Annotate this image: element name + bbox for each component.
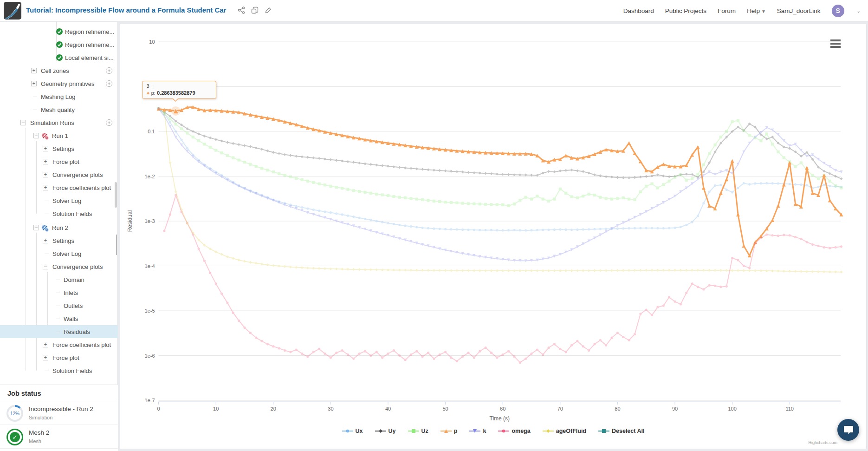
edit-icon[interactable] (265, 7, 272, 14)
tree-item-force-coefficients-plot[interactable]: +Force coefficients plot (0, 181, 118, 194)
circle-marker-icon (498, 428, 509, 434)
series-Ux (157, 108, 842, 232)
collapse-icon[interactable]: – (33, 133, 39, 138)
nav-help[interactable]: Help▼ (747, 7, 766, 14)
nav-dashboard[interactable]: Dashboard (623, 7, 654, 14)
avatar[interactable]: S (832, 5, 844, 17)
collapse-icon[interactable]: – (33, 225, 39, 230)
chart-menu-icon[interactable] (829, 39, 842, 48)
expand-icon[interactable]: + (43, 355, 48, 360)
tree-item-label: Outlets (64, 302, 83, 309)
job-status-item[interactable]: 12%Incompressible - Run 2Simulation (0, 401, 118, 425)
expand-icon[interactable]: + (31, 81, 37, 86)
x-axis-tick-label: 20 (271, 406, 276, 412)
tree-item-simulation-runs[interactable]: –Simulation Runs+ (0, 116, 118, 129)
legend-label: Deselect All (612, 428, 644, 434)
legend-item-ux[interactable]: Ux (342, 428, 363, 434)
expand-icon[interactable]: + (43, 342, 48, 347)
tooltip-series: p (151, 90, 154, 96)
tree-item-residuals[interactable]: Residuals (0, 325, 118, 338)
tree-item-region-refineme[interactable]: Region refineme... (0, 38, 118, 51)
series-ageOfFluid (163, 110, 843, 274)
tree-item-outlets[interactable]: Outlets (0, 299, 118, 312)
app-logo[interactable] (4, 2, 21, 20)
legend-item-omega[interactable]: omega (498, 428, 530, 434)
tree-item-geometry-primitives[interactable]: +Geometry primitives+ (0, 77, 118, 90)
add-item-button[interactable]: + (106, 119, 112, 126)
tree-item-force-plot[interactable]: +Force plot (0, 351, 118, 364)
tree-item-region-refineme[interactable]: Region refineme... (0, 25, 118, 38)
legend-item-uy[interactable]: Uy (375, 428, 396, 434)
y-axis-title: Residual (127, 210, 133, 232)
tree-item-label: Force coefficients plot (52, 341, 111, 348)
tree-item-domain[interactable]: Domain (0, 273, 118, 286)
tree-item-run-2[interactable]: – Run 2 (0, 221, 118, 234)
nav-forum[interactable]: Forum (718, 7, 736, 14)
tree-item-label: Simulation Runs (30, 119, 74, 126)
expand-icon[interactable]: + (43, 238, 48, 243)
tree-item-convergence-plots[interactable]: +Convergence plots (0, 168, 118, 181)
collapse-icon[interactable]: – (43, 264, 48, 269)
tree-item-settings[interactable]: +Settings (0, 142, 118, 155)
collapse-icon[interactable]: – (20, 120, 26, 125)
tree-item-inlets[interactable]: Inlets (0, 286, 118, 299)
tree-item-label: Convergence plots (52, 263, 103, 270)
add-item-button[interactable]: + (106, 80, 112, 87)
tree-item-mesh-quality[interactable]: Mesh quality (0, 103, 118, 116)
legend-item-deselect-all[interactable]: Deselect All (598, 428, 644, 434)
y-axis-tick-label: 0.1 (148, 129, 155, 134)
job-status-panel: Job status 12%Incompressible - Run 2Simu… (0, 385, 118, 451)
tree-item-label: Inlets (64, 289, 78, 296)
tree-item-label: Force coefficients plot (52, 184, 111, 191)
tree-item-solver-log[interactable]: Solver Log (0, 247, 118, 260)
tree-item-settings[interactable]: +Settings (0, 234, 118, 247)
job-name: Mesh 2 (29, 429, 49, 436)
legend-item-p[interactable]: p (440, 428, 458, 434)
x-axis-tick-label: 40 (385, 406, 391, 412)
tree-item-force-plot[interactable]: +Force plot (0, 155, 118, 168)
expand-icon[interactable]: + (43, 159, 48, 164)
job-type: Mesh (29, 438, 41, 444)
duplicate-icon[interactable] (251, 7, 259, 14)
residuals-chart-card: 1010.11e-21e-31e-41e-51e-61e-70102030405… (120, 24, 867, 449)
series-Uy (157, 107, 843, 180)
x-axis-tick-label: 10 (213, 406, 219, 412)
tree-item-cell-zones[interactable]: +Cell zones+ (0, 64, 118, 77)
tree-item-solution-fields[interactable]: Solution Fields (0, 364, 118, 377)
chart-credits[interactable]: Highcharts.com (808, 440, 837, 445)
x-axis-tick-label: 100 (728, 406, 736, 412)
tree-item-walls[interactable]: Walls (0, 312, 118, 325)
legend-item-uz[interactable]: Uz (408, 428, 428, 434)
tree-scrollbar[interactable] (115, 182, 117, 208)
chevron-down-icon: ▼ (761, 9, 766, 14)
legend-item-k[interactable]: k (469, 428, 486, 434)
residuals-chart[interactable]: 1010.11e-21e-31e-41e-51e-61e-70102030405… (120, 24, 866, 449)
tree-item-label: Force plot (52, 158, 79, 165)
user-name[interactable]: SamJ_doorLink (777, 7, 821, 14)
tree-item-solution-fields[interactable]: Solution Fields (0, 207, 118, 220)
expand-icon[interactable]: + (43, 172, 48, 177)
tree-item-convergence-plots[interactable]: –Convergence plots (0, 260, 118, 273)
tree-item-solver-log[interactable]: Solver Log (0, 194, 118, 207)
legend-label: omega (512, 428, 530, 434)
tree-item-run-1[interactable]: – Run 1 (0, 129, 118, 142)
success-check-icon (56, 54, 63, 61)
account-chevron-icon[interactable]: ⌄ (857, 8, 861, 13)
tree-item-label: Region refineme... (65, 28, 114, 35)
share-icon[interactable] (238, 7, 245, 14)
tree-item-force-coefficients-plot[interactable]: +Force coefficients plot (0, 338, 118, 351)
job-status-item[interactable]: ✓Mesh 2Mesh (0, 425, 118, 449)
tree-item-local-element-si[interactable]: Local element si... (0, 51, 118, 64)
tree-item-label: Solver Log (52, 197, 81, 204)
expand-icon[interactable]: + (43, 185, 48, 190)
tree-item-label: Local element si... (65, 54, 114, 61)
panel-resize-handle[interactable] (116, 235, 119, 245)
legend-item-ageoffluid[interactable]: ageOfFluid (543, 428, 586, 434)
chat-bubble-button[interactable] (837, 419, 859, 441)
diamond-marker-icon (543, 428, 554, 434)
expand-icon[interactable]: + (43, 146, 48, 151)
expand-icon[interactable]: + (31, 68, 37, 73)
add-item-button[interactable]: + (106, 67, 112, 74)
nav-public-projects[interactable]: Public Projects (665, 7, 706, 14)
tree-item-meshing-log[interactable]: Meshing Log (0, 90, 118, 103)
